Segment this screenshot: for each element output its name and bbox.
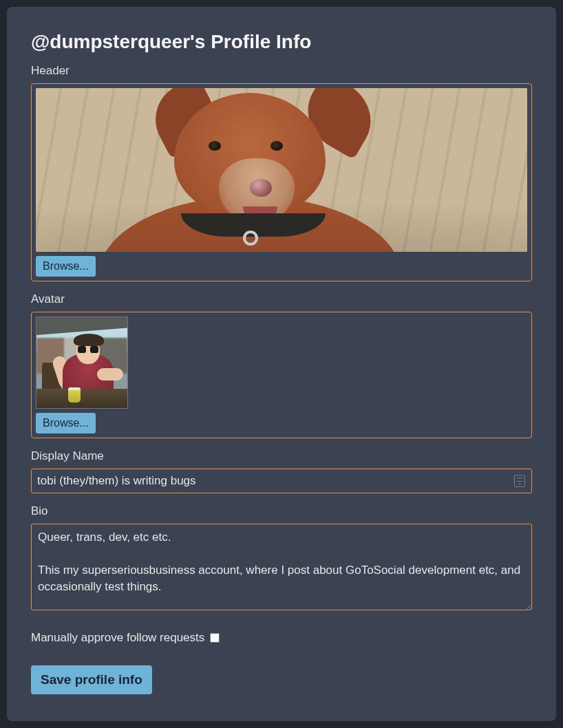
approve-requests-row[interactable]: Manually approve follow requests <box>31 631 532 645</box>
display-name-input[interactable] <box>31 469 532 493</box>
header-image-preview <box>36 88 527 252</box>
approve-requests-label: Manually approve follow requests <box>31 631 204 645</box>
save-button[interactable]: Save profile info <box>31 665 152 694</box>
header-browse-button[interactable]: Browse... <box>36 256 96 277</box>
display-name-label: Display Name <box>31 449 532 463</box>
avatar-image-preview <box>36 317 128 409</box>
header-upload-box: Browse... <box>31 83 532 281</box>
approve-requests-checkbox[interactable] <box>210 633 220 643</box>
keyboard-icon <box>514 475 525 487</box>
bio-textarea[interactable] <box>31 524 532 610</box>
avatar-browse-button[interactable]: Browse... <box>36 413 96 433</box>
avatar-label: Avatar <box>31 292 532 306</box>
page-title: @dumpsterqueer's Profile Info <box>31 31 532 53</box>
header-label: Header <box>31 64 532 78</box>
bio-label: Bio <box>31 504 532 518</box>
avatar-upload-box: Browse... <box>31 312 532 438</box>
profile-info-panel: @dumpsterqueer's Profile Info Header <box>7 7 556 721</box>
